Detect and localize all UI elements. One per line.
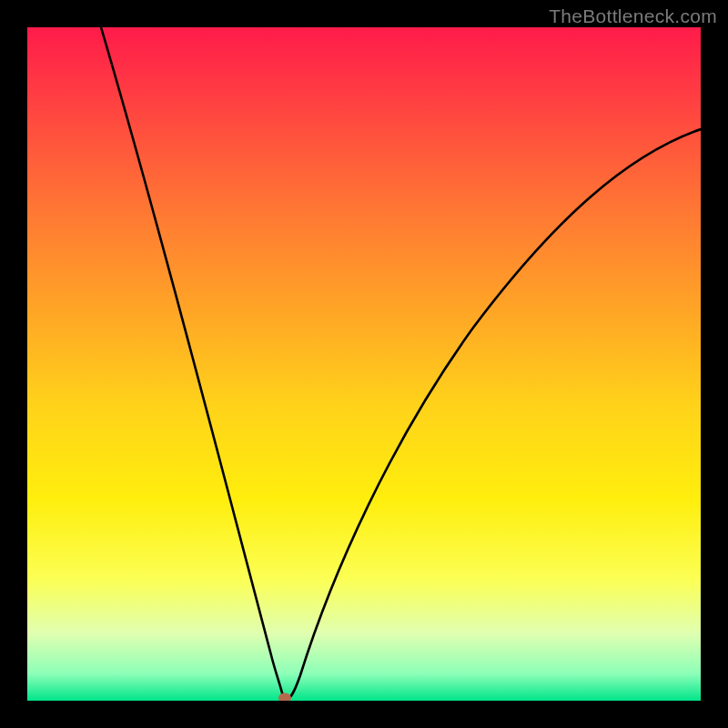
bottleneck-curve xyxy=(101,27,701,699)
minimum-marker xyxy=(278,693,291,702)
watermark-text: TheBottleneck.com xyxy=(549,5,717,27)
curve-layer xyxy=(27,27,701,701)
plot-area xyxy=(27,27,701,701)
chart-frame: TheBottleneck.com xyxy=(0,0,728,728)
